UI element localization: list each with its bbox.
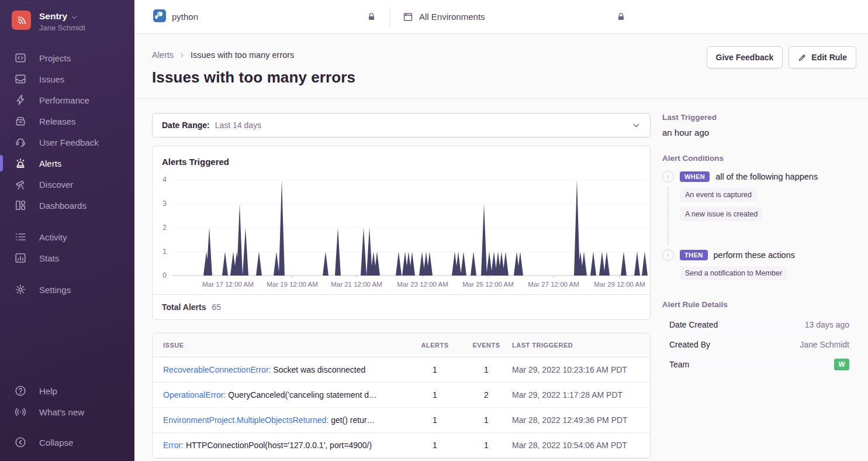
issue-message: get() retur…	[328, 415, 375, 425]
issue-message: Socket was disconnected	[271, 365, 365, 374]
column-header-last-triggered: LAST TRIGGERED	[512, 342, 639, 349]
rule-detail-row: Created ByJane Schmidt	[662, 335, 856, 355]
sidebar-item-discover[interactable]: Discover	[0, 174, 134, 195]
sidebar-item-user-feedback[interactable]: User Feedback	[0, 132, 134, 153]
project-name: python	[172, 12, 198, 22]
alerts-icon	[15, 157, 26, 169]
rule-detail-row: Date Created13 days ago	[662, 315, 856, 335]
user-name: Jane Schmidt	[39, 23, 85, 32]
column-header-issue: ISSUE	[163, 342, 409, 349]
table-row: EnvironmentProject.MultipleObjectsReturn…	[153, 408, 650, 433]
projects-icon	[15, 52, 26, 64]
rule-detail-value: 13 days ago	[805, 320, 849, 329]
breadcrumb-current: Issues with too many errors	[191, 50, 294, 60]
then-step: THEN perform these actions Send a notifi…	[662, 249, 856, 280]
help-icon	[15, 385, 26, 397]
svg-text:Mar 21 12:00 AM: Mar 21 12:00 AM	[331, 281, 382, 288]
python-icon	[153, 9, 166, 25]
last-triggered-date: Mar 28, 2022 12:49:36 PM PDT	[512, 415, 639, 425]
sidebar-item-label: Stats	[39, 253, 59, 263]
sidebar-item-label: Activity	[39, 232, 67, 242]
sidebar-item-releases[interactable]: Releases	[0, 111, 134, 132]
issues-icon	[15, 73, 26, 85]
total-alerts-value: 65	[212, 302, 221, 312]
pencil-icon	[798, 53, 807, 62]
issue-link[interactable]: OperationalError:	[163, 390, 226, 400]
sidebar-item-settings[interactable]: Settings	[0, 279, 134, 300]
sidebar-item-activity[interactable]: Activity	[0, 226, 134, 247]
table-row: OperationalError: QueryCanceled('canceli…	[153, 383, 650, 408]
then-text: perform these actions	[714, 250, 795, 260]
chevron-right-icon[interactable]	[662, 249, 674, 261]
page-header: Alerts Issues with too many errors Issue…	[134, 34, 868, 99]
events-count: 1	[461, 441, 512, 450]
issue-message: QueryCanceled('canceling statement d…	[226, 390, 377, 400]
lock-icon[interactable]	[616, 12, 626, 22]
sidebar-item-label: Performance	[39, 95, 89, 105]
sidebar-item-alerts[interactable]: Alerts	[0, 153, 134, 174]
dashboards-icon	[15, 199, 26, 211]
alerts-triggered-card: Alerts Triggered 01234Mar 17 12:00 AMMar…	[152, 146, 651, 320]
sidebar-item-label: User Feedback	[39, 137, 99, 147]
page-title: Issues with too many errors	[152, 68, 856, 87]
date-range-value: Last 14 days	[215, 121, 261, 130]
rule-detail-label: Team	[669, 360, 689, 369]
svg-text:Mar 27 12:00 AM: Mar 27 12:00 AM	[528, 281, 579, 288]
collapse-icon	[15, 436, 26, 448]
environment-selector[interactable]: All Environments	[403, 12, 626, 22]
sidebar-item-performance[interactable]: Performance	[0, 90, 134, 111]
alert-conditions-heading: Alert Conditions	[662, 154, 856, 163]
sidebar-item-stats[interactable]: Stats	[0, 247, 134, 269]
issue-cell: RecoverableConnectionError: Socket was d…	[163, 365, 409, 374]
last-triggered-value: an hour ago	[662, 128, 856, 137]
topbar: python All Environments	[134, 0, 868, 34]
when-step: WHEN all of the following happens An eve…	[662, 171, 856, 249]
sidebar: Sentry Jane Schmidt ProjectsIssuesPerfor…	[0, 0, 134, 461]
nav-group-gap	[0, 422, 134, 432]
issue-cell: Error: HTTPConnectionPool(host='127.0.0.…	[163, 441, 409, 450]
chevron-down-icon	[71, 13, 78, 20]
sidebar-item-issues[interactable]: Issues	[0, 68, 134, 90]
condition-pill: A new issue is created	[680, 207, 763, 221]
lock-icon[interactable]	[366, 12, 376, 22]
sidebar-item-label: Issues	[39, 74, 64, 84]
sidebar-item-label: Settings	[39, 285, 71, 295]
edit-rule-button[interactable]: Edit Rule	[789, 46, 856, 68]
svg-text:Mar 17 12:00 AM: Mar 17 12:00 AM	[202, 281, 254, 288]
condition-pill: Send a notification to Member	[680, 266, 787, 280]
table-row: RecoverableConnectionError: Socket was d…	[153, 357, 650, 383]
chevron-down-icon	[632, 121, 641, 130]
sidebar-item-label: Collapse	[39, 438, 73, 448]
sidebar-item-label: Alerts	[39, 159, 61, 168]
project-selector[interactable]: python	[153, 9, 376, 25]
rule-detail-label: Created By	[669, 340, 710, 349]
then-badge: THEN	[680, 250, 708, 260]
sidebar-item-help[interactable]: Help	[0, 380, 134, 401]
stats-icon	[15, 252, 26, 264]
chevron-right-icon[interactable]	[662, 171, 674, 183]
user-feedback-icon	[15, 136, 26, 148]
total-alerts-row: Total Alerts 65	[153, 294, 650, 319]
org-switcher[interactable]: Sentry Jane Schmidt	[0, 0, 134, 32]
chevron-right-icon	[178, 51, 186, 59]
give-feedback-button[interactable]: Give Feedback	[707, 46, 783, 68]
sidebar-item-projects[interactable]: Projects	[0, 47, 134, 68]
alerts-count: 1	[409, 441, 461, 450]
sidebar-item-label: Help	[39, 386, 57, 396]
svg-text:3: 3	[162, 199, 167, 208]
environment-name: All Environments	[419, 12, 485, 22]
issue-link[interactable]: EnvironmentProject.MultipleObjectsReturn…	[163, 415, 328, 425]
breadcrumb-alerts-link[interactable]: Alerts	[152, 50, 174, 60]
sidebar-bottom-nav: HelpWhat's newCollapse	[0, 380, 134, 461]
releases-icon	[15, 115, 26, 127]
issue-link[interactable]: RecoverableConnectionError:	[163, 365, 271, 374]
sidebar-item-whats-new[interactable]: What's new	[0, 401, 134, 422]
sidebar-item-label: Projects	[39, 53, 71, 63]
whats-new-icon	[15, 406, 26, 418]
date-range-select[interactable]: Date Range: Last 14 days	[152, 113, 651, 137]
issue-link[interactable]: Error:	[163, 441, 184, 450]
when-text: all of the following happens	[715, 172, 818, 181]
sidebar-item-dashboards[interactable]: Dashboards	[0, 195, 134, 216]
sidebar-item-collapse[interactable]: Collapse	[0, 432, 134, 453]
activity-icon	[15, 231, 26, 243]
